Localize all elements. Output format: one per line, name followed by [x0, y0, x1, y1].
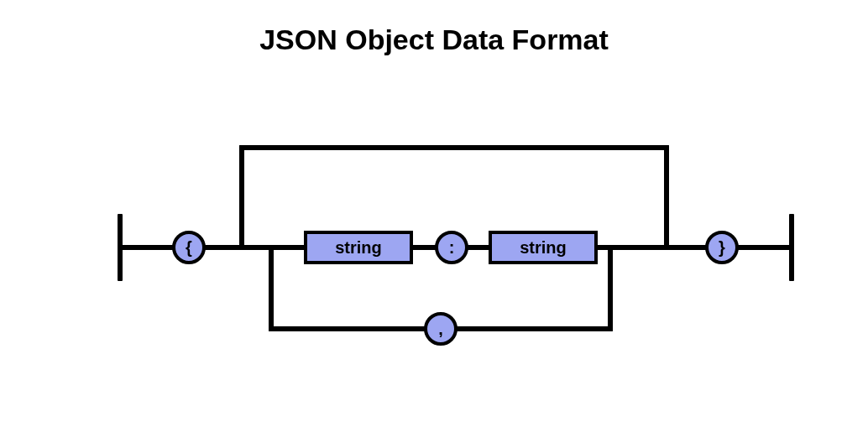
value-string-label: string — [520, 238, 567, 258]
open-brace-node: { — [172, 231, 206, 264]
bypass-top-rail — [239, 145, 669, 150]
bypass-left-vertical — [239, 145, 244, 247]
diagram-canvas: JSON Object Data Format { } , string : s… — [0, 0, 868, 427]
open-brace-label: { — [186, 238, 192, 258]
colon-label: : — [449, 238, 455, 258]
key-string-node: string — [304, 231, 413, 264]
comma-label: , — [438, 320, 443, 339]
diagram-title: JSON Object Data Format — [0, 23, 868, 56]
close-brace-node: } — [705, 231, 739, 264]
colon-node: : — [435, 231, 468, 264]
key-string-label: string — [335, 238, 382, 258]
loop-left-vertical — [269, 247, 274, 331]
comma-node: , — [424, 312, 458, 346]
close-brace-label: } — [719, 238, 725, 258]
value-string-node: string — [489, 231, 598, 264]
loop-right-vertical — [608, 247, 613, 331]
bypass-right-vertical — [664, 145, 669, 247]
